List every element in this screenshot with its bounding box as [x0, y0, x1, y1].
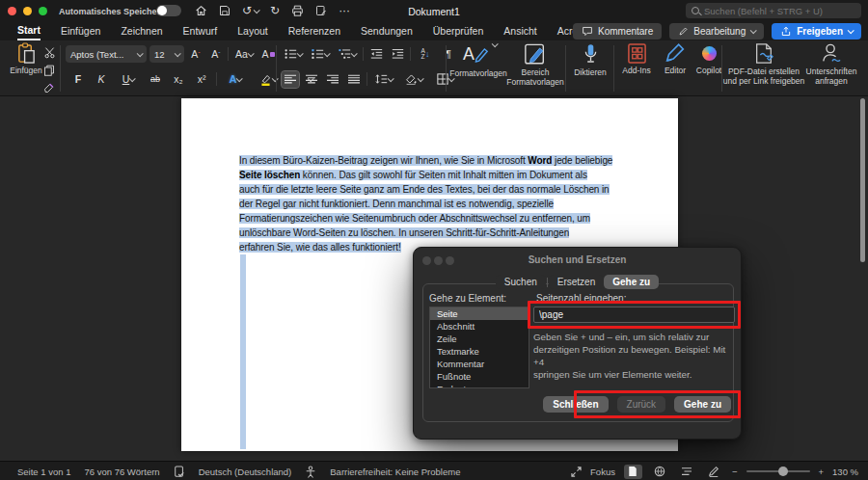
dialog-tab-suchen[interactable]: Suchen: [496, 275, 546, 289]
justify-button[interactable]: [345, 71, 363, 88]
clear-formatting-button[interactable]: A: [259, 46, 277, 63]
cut-icon[interactable]: [41, 44, 58, 61]
tab-ansicht[interactable]: Ansicht: [503, 23, 536, 40]
list-item-kommentar[interactable]: Kommentar: [430, 358, 529, 370]
font-size-select[interactable]: 12: [149, 45, 184, 63]
chevron-down-icon: [137, 50, 144, 57]
print-layout-view-button[interactable]: [624, 465, 642, 479]
divider: [216, 72, 217, 86]
tab-zeichnen[interactable]: Zeichnen: [121, 23, 162, 40]
list-item-abschnitt[interactable]: Abschnitt: [430, 320, 529, 333]
chevron-down-icon: [491, 40, 498, 47]
text-effects-button[interactable]: A: [223, 71, 248, 88]
align-right-button[interactable]: [324, 71, 341, 88]
accessibility-label[interactable]: Barrierefreiheit: Keine Probleme: [330, 467, 460, 477]
annotation-box-input: [528, 301, 741, 329]
divider: [547, 278, 548, 287]
document-line: Formatierungszeichen wie Seitenumbruch o…: [239, 211, 612, 226]
shrink-font-button[interactable]: Aˇ: [207, 46, 225, 63]
paragraph-group-row2: [282, 69, 458, 89]
chevron-down-icon: [129, 75, 136, 82]
font-name-select[interactable]: Aptos (Text...: [66, 45, 147, 63]
web-layout-view-button[interactable]: [651, 465, 669, 479]
comments-button[interactable]: Kommentare: [573, 23, 662, 40]
divider: [613, 45, 614, 92]
addins-button[interactable]: Add-Ins: [617, 42, 656, 76]
focus-mode-button[interactable]: Fokus: [590, 467, 615, 477]
document-line: In diesem Büro-Kaizen-Beitrag zeigen wir…: [239, 153, 612, 168]
divider: [366, 72, 367, 86]
vertical-scrollbar-thumb[interactable]: [860, 98, 865, 262]
tab-start[interactable]: Start: [17, 22, 41, 40]
tab-entwurf[interactable]: Entwurf: [183, 23, 218, 40]
bullet-list-button[interactable]: [282, 46, 305, 63]
editing-mode-button[interactable]: Bearbeitung: [669, 23, 764, 40]
zoom-level-label[interactable]: 130 %: [832, 467, 858, 477]
zoom-in-button[interactable]: +: [819, 467, 825, 477]
chevron-down-icon: [750, 27, 757, 34]
subscript-button[interactable]: x₂: [170, 71, 187, 88]
draft-view-button[interactable]: [705, 465, 723, 479]
align-left-button[interactable]: [282, 71, 299, 88]
chevron-down-icon: [388, 75, 394, 82]
zoom-slider-thumb[interactable]: [778, 467, 788, 476]
dialog-tab-ersetzen[interactable]: Ersetzen: [549, 275, 604, 289]
grow-font-button[interactable]: Aˆ: [187, 46, 204, 63]
numbered-list-button[interactable]: [309, 46, 332, 63]
dialog-tab-gehe-zu[interactable]: Gehe zu: [604, 275, 659, 289]
styles-pane-button[interactable]: BereichFormatvorlagen: [507, 42, 563, 87]
bold-button[interactable]: F: [69, 71, 87, 88]
list-item-endnote[interactable]: Endnote: [430, 383, 529, 388]
ribbon-tabs: Start Einfügen Zeichnen Entwurf Layout R…: [17, 21, 592, 40]
page-count-label[interactable]: Seite 1 von 1: [17, 467, 70, 477]
zoom-out-button[interactable]: −: [732, 467, 738, 477]
dictate-button[interactable]: Diktieren: [569, 42, 611, 78]
share-button[interactable]: Freigeben: [772, 23, 861, 40]
sort-button[interactable]: AZ ↓: [415, 46, 436, 63]
editor-button[interactable]: Editor: [658, 42, 692, 76]
list-item-zeile[interactable]: Zeile: [430, 333, 529, 345]
list-item-seite[interactable]: Seite: [430, 307, 529, 320]
goto-element-list[interactable]: Seite Abschnitt Zeile Textmarke Kommenta…: [429, 307, 529, 388]
titlebar: Automatisches Speichern ↺ ↻ ··· Dokument…: [0, 0, 868, 21]
request-signatures-button[interactable]: Unterschriftenanfragen: [804, 42, 858, 86]
create-pdf-button[interactable]: PDF-Datei erstellenund per Link freigebe…: [725, 42, 802, 86]
shading-button[interactable]: [400, 71, 427, 88]
align-center-button[interactable]: [303, 71, 320, 88]
superscript-button[interactable]: x²: [193, 71, 210, 88]
copy-icon[interactable]: [41, 62, 58, 78]
multilevel-list-button[interactable]: [336, 46, 359, 63]
chevron-down-icon: [351, 50, 358, 57]
italic-button[interactable]: K: [93, 71, 110, 88]
tab-sendungen[interactable]: Sendungen: [361, 23, 413, 40]
divider: [446, 45, 447, 92]
format-painter-icon[interactable]: [41, 79, 58, 95]
tab-referenzen[interactable]: Referenzen: [288, 23, 340, 40]
change-case-button[interactable]: Aa: [231, 46, 257, 63]
tab-ueberpruefen[interactable]: Überprüfen: [433, 23, 484, 40]
focus-icon: [571, 467, 582, 477]
list-item-fussnote[interactable]: Fußnote: [430, 370, 529, 383]
chevron-down-icon: [175, 50, 181, 57]
underline-button[interactable]: U: [116, 71, 141, 88]
proofing-status-icon[interactable]: [174, 466, 185, 478]
search-input[interactable]: [704, 6, 855, 16]
paragraph-group-row1: AZ ↓ ¶: [282, 44, 457, 64]
zoom-slider[interactable]: [746, 470, 810, 472]
styles-button[interactable]: A Formatvorlagen: [451, 42, 505, 79]
document-line: der Regel gar nicht funktioniert. Denn m…: [239, 197, 612, 211]
clipboard-small-buttons: [41, 44, 58, 95]
strikethrough-button[interactable]: ab: [147, 71, 164, 88]
line-spacing-button[interactable]: [371, 71, 396, 88]
language-label[interactable]: Deutsch (Deutschland): [199, 467, 292, 477]
tab-einfuegen[interactable]: Einfügen: [61, 23, 100, 40]
search-box[interactable]: [686, 3, 861, 18]
increase-indent-button[interactable]: [389, 46, 406, 63]
outline-view-button[interactable]: [678, 465, 696, 479]
list-item-textmarke[interactable]: Textmarke: [430, 345, 529, 358]
decrease-indent-button[interactable]: [367, 46, 385, 63]
word-count-label[interactable]: 76 von 76 Wörtern: [84, 467, 159, 477]
highlight-color-button[interactable]: [254, 71, 283, 88]
tab-layout[interactable]: Layout: [237, 23, 268, 40]
dialog-tabs: Suchen Ersetzen Gehe zu: [414, 275, 741, 289]
